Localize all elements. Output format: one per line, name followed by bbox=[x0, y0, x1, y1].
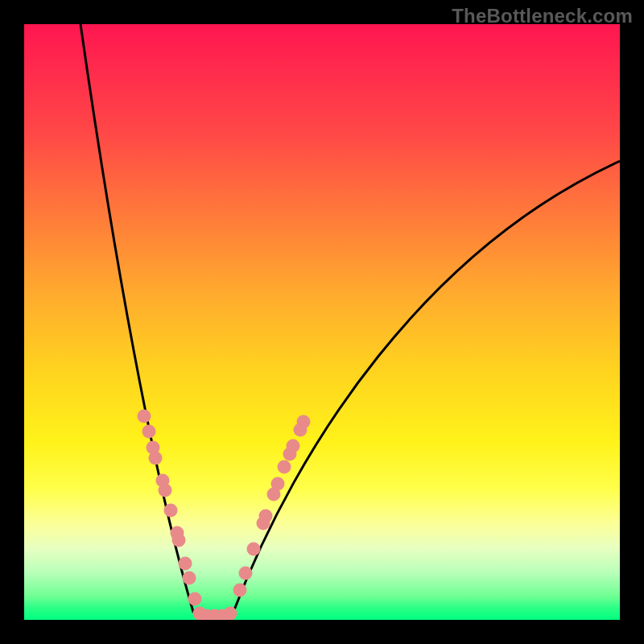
data-marker bbox=[188, 592, 202, 606]
watermark-text: TheBottleneck.com bbox=[452, 5, 633, 27]
data-marker bbox=[142, 425, 156, 439]
data-marker bbox=[278, 460, 291, 474]
data-marker bbox=[224, 607, 237, 621]
data-marker bbox=[164, 504, 178, 518]
data-marker bbox=[183, 572, 196, 585]
marker-layer bbox=[138, 410, 311, 621]
data-marker bbox=[287, 440, 300, 453]
chart-frame: TheBottleneck.com bbox=[0, 0, 644, 644]
data-marker bbox=[297, 415, 311, 429]
chart-svg bbox=[24, 24, 620, 620]
data-marker bbox=[149, 452, 163, 465]
data-marker bbox=[159, 484, 172, 497]
chart-plot-area bbox=[24, 24, 620, 620]
data-marker bbox=[179, 557, 192, 571]
data-marker bbox=[259, 510, 273, 523]
data-marker bbox=[247, 543, 261, 556]
bottleneck-curve bbox=[80, 24, 620, 617]
data-marker bbox=[271, 477, 285, 491]
data-marker bbox=[138, 410, 151, 423]
data-marker bbox=[172, 534, 186, 547]
data-marker bbox=[239, 567, 253, 580]
data-marker bbox=[233, 584, 247, 597]
